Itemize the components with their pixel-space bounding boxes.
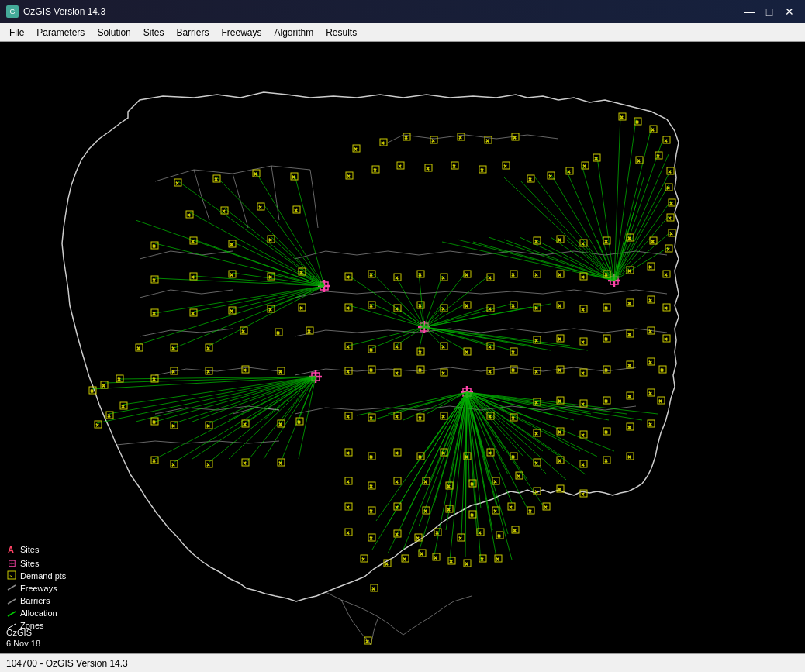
svg-text:×: × bbox=[230, 308, 233, 314]
svg-text:×: × bbox=[510, 505, 513, 510]
svg-text:Allocation: Allocation bbox=[20, 608, 57, 618]
svg-text:×: × bbox=[347, 450, 350, 456]
close-button[interactable]: ✕ bbox=[780, 2, 799, 21]
svg-text:×: × bbox=[434, 555, 437, 560]
svg-text:×: × bbox=[582, 274, 585, 280]
svg-text:×: × bbox=[442, 450, 445, 456]
svg-text:×: × bbox=[419, 350, 422, 355]
svg-text:×: × bbox=[535, 431, 538, 436]
svg-text:×: × bbox=[108, 413, 111, 419]
menu-algorithm[interactable]: Algorithm bbox=[268, 26, 320, 40]
svg-text:×: × bbox=[558, 237, 561, 243]
svg-text:×: × bbox=[207, 369, 210, 374]
svg-text:×: × bbox=[459, 135, 462, 140]
svg-text:×: × bbox=[583, 164, 586, 169]
svg-text:×: × bbox=[442, 275, 445, 281]
svg-text:×: × bbox=[667, 185, 670, 191]
menu-barriers[interactable]: Barriers bbox=[170, 26, 215, 40]
svg-text:×: × bbox=[665, 305, 668, 311]
svg-text:×: × bbox=[489, 369, 492, 374]
svg-text:×: × bbox=[277, 330, 280, 336]
svg-text:×: × bbox=[605, 458, 608, 464]
svg-text:×: × bbox=[620, 115, 624, 120]
svg-text:×: × bbox=[544, 505, 548, 510]
svg-text:×: × bbox=[244, 460, 247, 466]
svg-text:×: × bbox=[244, 367, 247, 373]
svg-text:×: × bbox=[308, 329, 311, 334]
svg-text:×: × bbox=[370, 347, 373, 353]
svg-text:×: × bbox=[535, 305, 538, 311]
svg-text:×: × bbox=[670, 201, 673, 206]
menu-file[interactable]: File bbox=[3, 26, 30, 40]
svg-text:⊞: ⊞ bbox=[8, 557, 16, 569]
svg-text:×: × bbox=[512, 454, 515, 460]
svg-text:×: × bbox=[535, 369, 538, 374]
menu-solution[interactable]: Solution bbox=[91, 26, 136, 40]
svg-text:×: × bbox=[396, 532, 399, 537]
svg-text:×: × bbox=[427, 166, 430, 171]
svg-text:×: × bbox=[605, 272, 608, 277]
svg-text:×: × bbox=[450, 559, 453, 564]
svg-text:×: × bbox=[513, 528, 517, 533]
svg-text:×: × bbox=[442, 414, 445, 419]
status-text: 104700 - OzGIS Version 14.3 bbox=[6, 658, 128, 669]
menu-freeways[interactable]: Freeways bbox=[215, 26, 268, 40]
svg-text:×: × bbox=[649, 264, 652, 270]
svg-text:×: × bbox=[605, 305, 608, 311]
svg-text:×: × bbox=[657, 153, 660, 159]
svg-text:×: × bbox=[298, 419, 301, 425]
svg-text:×: × bbox=[137, 346, 140, 351]
svg-text:×: × bbox=[628, 394, 631, 399]
svg-text:×: × bbox=[659, 398, 662, 404]
svg-text:×: × bbox=[370, 272, 373, 277]
svg-text:×: × bbox=[370, 367, 373, 373]
svg-text:×: × bbox=[122, 404, 125, 409]
svg-text:×: × bbox=[605, 336, 608, 342]
svg-text:×: × bbox=[269, 307, 272, 312]
svg-text:×: × bbox=[396, 370, 399, 376]
svg-text:×: × bbox=[568, 169, 571, 174]
svg-text:×: × bbox=[535, 460, 538, 466]
svg-text:×: × bbox=[370, 415, 373, 421]
svg-text:×: × bbox=[512, 272, 515, 277]
svg-text:×: × bbox=[385, 561, 389, 567]
svg-text:×: × bbox=[419, 303, 422, 308]
map-svg: × × × × × × × × × × × × × × × × × × × × … bbox=[0, 42, 805, 653]
app-title: OzGIS Version 14.3 bbox=[23, 6, 105, 17]
svg-text:×: × bbox=[300, 305, 303, 311]
svg-text:×: × bbox=[481, 557, 484, 562]
svg-text:×: × bbox=[535, 338, 538, 343]
svg-text:×: × bbox=[215, 177, 218, 182]
svg-text:×: × bbox=[471, 481, 474, 487]
svg-text:×: × bbox=[447, 484, 451, 489]
svg-text:Demand pts: Demand pts bbox=[20, 571, 67, 581]
svg-text:×: × bbox=[558, 487, 561, 492]
minimize-button[interactable]: — bbox=[740, 2, 758, 21]
svg-text:×: × bbox=[347, 505, 350, 510]
svg-text:×: × bbox=[498, 533, 501, 539]
maximize-button[interactable]: □ bbox=[760, 2, 779, 21]
svg-text:×: × bbox=[465, 561, 468, 567]
svg-text:×: × bbox=[153, 243, 156, 249]
svg-text:×: × bbox=[442, 344, 445, 350]
menu-sites[interactable]: Sites bbox=[137, 26, 171, 40]
svg-text:×: × bbox=[669, 215, 672, 221]
svg-text:×: × bbox=[582, 307, 585, 312]
svg-text:×: × bbox=[269, 237, 272, 243]
svg-text:×: × bbox=[419, 415, 422, 421]
svg-text:×: × bbox=[362, 557, 365, 562]
svg-text:×: × bbox=[172, 369, 175, 374]
menu-parameters[interactable]: Parameters bbox=[30, 26, 91, 40]
svg-text:×: × bbox=[300, 270, 303, 275]
menu-results[interactable]: Results bbox=[320, 26, 363, 40]
svg-text:×: × bbox=[424, 479, 427, 484]
svg-text:×: × bbox=[549, 174, 552, 179]
svg-text:6 Nov 18: 6 Nov 18 bbox=[6, 639, 40, 648]
svg-text:×: × bbox=[442, 306, 445, 312]
svg-text:×: × bbox=[9, 573, 13, 580]
svg-text:×: × bbox=[295, 208, 298, 213]
svg-text:×: × bbox=[558, 336, 561, 342]
svg-text:×: × bbox=[628, 425, 631, 430]
svg-text:×: × bbox=[396, 479, 399, 484]
svg-text:×: × bbox=[223, 208, 226, 214]
